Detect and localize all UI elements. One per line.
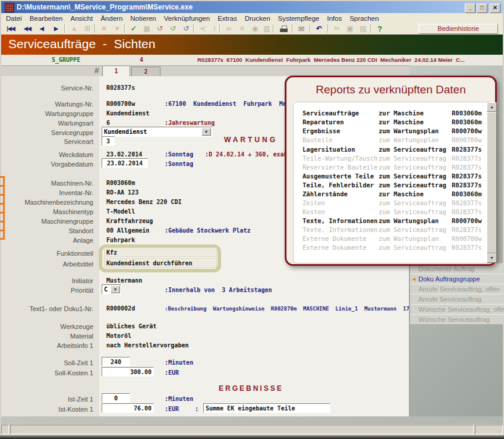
print-icon[interactable]: [278, 24, 289, 34]
report-row[interactable]: Reparaturenzur MaschineR003060m: [294, 118, 492, 127]
ist-kosten-desc-input[interactable]: [203, 403, 330, 413]
undo-icon[interactable]: ↶: [313, 24, 325, 34]
report-row: Bauteilezum WartungsplanR000700w: [294, 136, 492, 145]
window-bottom-edge: [0, 435, 504, 439]
report-row: Teile-Wartung/Tauschzum ServiceauftragR0…: [294, 154, 492, 163]
menu-drucken[interactable]: Drucken: [245, 15, 270, 22]
report-row[interactable]: Ausgemusterte Teilezum ServiceauftragR02…: [294, 172, 492, 181]
report-row[interactable]: Teile, Fehlerbilderzum ServiceauftragR02…: [294, 181, 492, 190]
record-summary: R028377s 67100 Kundendienst Fuhrpark Mer…: [197, 55, 465, 65]
chevron-down-icon[interactable]: ▼: [201, 128, 211, 136]
cycle-red-icon[interactable]: ↺: [154, 24, 166, 34]
report-row: Reservierte Bauteilezum ServiceauftragR0…: [294, 163, 492, 172]
info-icon[interactable]: i: [209, 24, 220, 34]
paste-icon[interactable]: ▤: [357, 24, 369, 34]
status-cell-left: [1, 425, 9, 434]
sidebar-wuensche[interactable]: Wünsche Serviceauftrag: [410, 314, 504, 324]
menu-aendern[interactable]: Ändern: [100, 15, 122, 22]
branch-icon[interactable]: ≺: [197, 24, 209, 34]
prioritaet-select[interactable]: C ▼: [102, 284, 121, 294]
list-icon[interactable]: ≡: [236, 24, 248, 34]
app-icon: [5, 3, 14, 12]
report-row[interactable]: Lagersituationzum ServiceauftragR028377s: [294, 145, 492, 154]
active-marker-icon: ◄: [411, 274, 417, 284]
minimize-button[interactable]: _: [465, 4, 475, 13]
report-row[interactable]: Texte, Informationenzum WartungsplanR000…: [294, 217, 492, 225]
report-row: Zeitenzum ServiceauftragR028377s: [294, 199, 492, 208]
go-rewind-icon[interactable]: ◀◀: [21, 24, 33, 34]
ist-zeit-input[interactable]: [102, 393, 130, 403]
menu-extras[interactable]: Extras: [218, 15, 237, 22]
copy-icon[interactable]: ▣: [344, 24, 356, 34]
hash-label: #: [94, 66, 99, 75]
scrollbar-thumb[interactable]: [487, 112, 497, 253]
soll-kosten-input[interactable]: [102, 367, 154, 377]
page-title: Serviceaufträge - Sichten: [8, 37, 155, 51]
go-back-icon[interactable]: ◀: [36, 24, 48, 34]
report-row[interactable]: Zählerständezur MaschineR003060m: [294, 190, 492, 199]
cycle-green-icon[interactable]: ↺: [167, 24, 179, 34]
sidebar-doku-auftragsgruppe[interactable]: ◄ Doku Auftragsgruppe: [410, 274, 504, 284]
menu-sprachen[interactable]: Sprachen: [349, 15, 379, 22]
status-cell-main: [10, 425, 474, 434]
page-banner: Serviceaufträge - Sichten: [1, 35, 503, 55]
menu-notieren[interactable]: Notieren: [130, 15, 156, 22]
arbeitstitel-input[interactable]: [104, 258, 217, 268]
servicegruppe-select[interactable]: Kundendienst ▼: [102, 127, 212, 137]
tab-1[interactable]: 1: [102, 65, 130, 77]
chevron-down-icon[interactable]: ▼: [111, 286, 120, 293]
close-button[interactable]: ✕: [490, 4, 500, 13]
scroll-up-button[interactable]: ▲: [487, 102, 497, 112]
menu-systempflege[interactable]: Systempflege: [278, 15, 320, 22]
menu-infos[interactable]: Infos: [327, 15, 342, 22]
grid-icon[interactable]: ▦: [141, 24, 153, 34]
sidebar-anrufe[interactable]: Anrufe Serviceauftrag: [410, 294, 504, 304]
maximize-button[interactable]: □: [477, 4, 487, 13]
tree-icon[interactable]: ⊞: [81, 24, 93, 34]
mail-icon[interactable]: ✉: [295, 24, 307, 34]
help-icon[interactable]: ?: [374, 24, 386, 34]
servicegruppe-value: Kundendienst: [104, 128, 147, 136]
bedienhistorie-button[interactable]: Bedienhistorie: [418, 24, 498, 34]
go-forward-icon[interactable]: ▶: [50, 24, 62, 34]
reports-popup: Reports zu verknüpften Daten Serviceauft…: [285, 76, 497, 266]
report-row: Texte, Informationenzum ServiceauftragR0…: [294, 225, 492, 234]
report-row[interactable]: Ergebnissezum WartungsplanR000700w: [294, 127, 492, 136]
sidebar-anrufe-offen[interactable]: Anrufe Serviceauftrag, offen: [410, 284, 504, 294]
vorgabedatum-input[interactable]: [102, 158, 148, 168]
report-row: Kostenzum ServiceauftragR028377s: [294, 208, 492, 217]
scroll-down-button[interactable]: ▼: [487, 253, 497, 263]
popup-title: Reports zu verknüpften Daten: [286, 83, 495, 96]
label-column: [1, 76, 99, 416]
ist-kosten-input[interactable]: [102, 403, 154, 413]
status-cell-right: [475, 425, 503, 434]
eye-icon[interactable]: ◉: [249, 24, 261, 34]
import-icon[interactable]: ▲: [68, 24, 80, 34]
chart-icon[interactable]: ▧: [261, 24, 273, 34]
binoculars-icon[interactable]: ∞: [223, 24, 235, 34]
toolbar: |◀◀ ◀◀ ◀ ▶ ▲ ⊞ ✕ ♥ ✓ ▦ ↺ ↺ ↺ ≺ i ∞ ≡ ◉ ▧…: [1, 23, 503, 35]
group-value: 4: [140, 55, 143, 65]
reports-list: Serviceaufträgezur MaschineR003060m Repa…: [293, 102, 492, 264]
go-first-icon[interactable]: |◀◀: [5, 24, 17, 34]
report-row[interactable]: Serviceaufträgezur MaschineR003060m: [294, 109, 492, 118]
cycle-blue-icon[interactable]: ↺: [180, 24, 192, 34]
tab-2[interactable]: 2: [131, 67, 160, 77]
menu-datei[interactable]: Datei: [6, 15, 22, 22]
funktionsteil-input[interactable]: [104, 247, 217, 257]
favorite-icon[interactable]: ♥: [111, 24, 123, 34]
popup-scrollbar[interactable]: ▲ ▼: [487, 102, 497, 263]
soll-zeit-input[interactable]: [102, 357, 130, 366]
bottom-strip: [1, 416, 503, 424]
cut-icon[interactable]: ✂: [331, 24, 343, 34]
menu-ansicht[interactable]: Ansicht: [70, 15, 93, 22]
menu-verknuepfungen[interactable]: Verknüpfungen: [164, 15, 210, 22]
sidebar-wuensche-offen[interactable]: Wünsche Serviceauftrag, offen: [410, 304, 504, 314]
serviceart-input[interactable]: [102, 136, 115, 146]
sidebar-label: Doku Auftragsgruppe: [418, 275, 480, 283]
menu-bearbeiten[interactable]: Bearbeiten: [30, 15, 63, 22]
report-row: Externe Dokumentezum WartungsplanR000700…: [294, 234, 492, 243]
delete-icon[interactable]: ✕: [98, 24, 110, 34]
confirm-icon[interactable]: ✓: [128, 24, 140, 34]
report-row: Externe Dokumentezum ServiceauftragR0283…: [294, 243, 492, 252]
